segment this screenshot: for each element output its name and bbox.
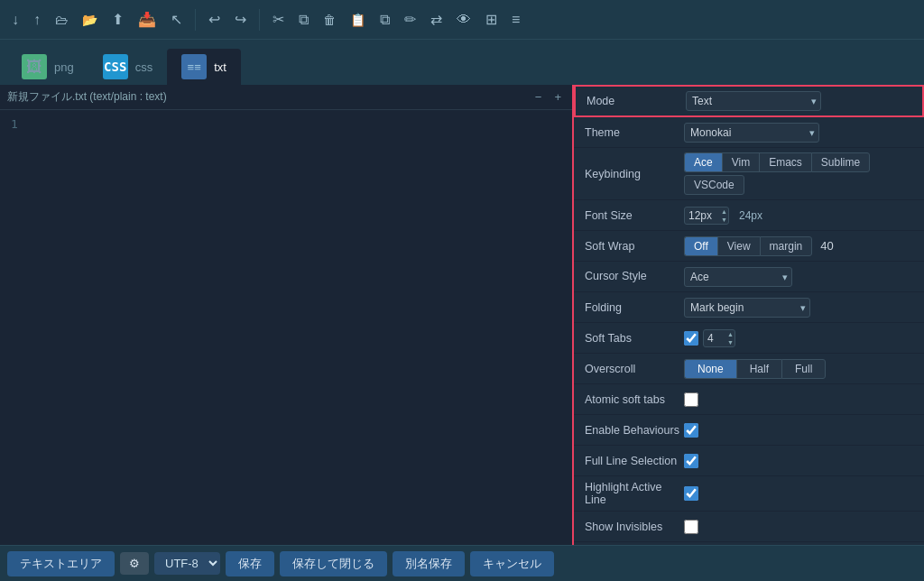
toolbar-edit[interactable]: ✏ bbox=[400, 7, 420, 32]
file-title: 新規ファイル.txt (text/plain : text) bbox=[7, 89, 167, 105]
softwrap-label: Soft Wrap bbox=[585, 240, 684, 253]
code-area[interactable] bbox=[29, 117, 565, 538]
editor-close-btns: − + bbox=[531, 89, 565, 105]
toolbar-eye[interactable]: 👁 bbox=[452, 8, 476, 32]
toolbar-grid[interactable]: ⊞ bbox=[481, 7, 502, 32]
softtabs-controls: ▲ ▼ bbox=[684, 329, 735, 347]
toolbar-transform[interactable]: ⇄ bbox=[426, 7, 447, 32]
fontsize-stepper-arrows: ▲ ▼ bbox=[721, 207, 727, 225]
atomic-soft-tabs-row: Atomic soft tabs bbox=[574, 384, 924, 415]
toolbar-duplicate[interactable]: ⧉ bbox=[375, 8, 394, 32]
fontsize-controls: ▲ ▼ 24px bbox=[684, 207, 762, 225]
toolbar-cut[interactable]: ✂ bbox=[268, 7, 289, 32]
fontsize-up-arrow[interactable]: ▲ bbox=[721, 208, 727, 216]
full-line-selection-checkbox[interactable] bbox=[684, 454, 698, 468]
highlight-active-line-row: Highlight Active Line bbox=[574, 476, 924, 512]
fontsize-value2: 24px bbox=[739, 209, 762, 222]
mode-label: Mode bbox=[587, 95, 686, 107]
editor-expand-btn[interactable]: + bbox=[550, 89, 565, 105]
overscroll-row: Overscroll None Half Full bbox=[574, 354, 924, 384]
folding-controls: Mark begin bbox=[684, 298, 810, 318]
fontsize-stepper: ▲ ▼ bbox=[684, 207, 729, 225]
editor-content[interactable]: 1 bbox=[0, 110, 572, 545]
softwrap-margin-btn[interactable]: margin bbox=[760, 236, 813, 256]
highlight-active-line-label: Highlight Active Line bbox=[585, 481, 684, 506]
keybinding-vim-btn[interactable]: Vim bbox=[722, 152, 759, 172]
full-line-selection-row: Full Line Selection bbox=[574, 446, 924, 476]
toolbar-download[interactable]: 📥 bbox=[134, 7, 161, 32]
overscroll-label: Overscroll bbox=[585, 363, 684, 375]
gear-btn[interactable]: ⚙ bbox=[120, 552, 149, 575]
enable-behaviours-row: Enable Behaviours bbox=[574, 415, 924, 446]
theme-controls: Monokai bbox=[684, 123, 819, 143]
save-close-btn[interactable]: 保存して閉じる bbox=[280, 551, 387, 576]
toolbar-undo[interactable]: ↩ bbox=[204, 7, 225, 32]
main-toolbar: ↓ ↑ 🗁 📂 ⬆ 📥 ↖ ↩ ↪ ✂ ⧉ 🗑 📋 ⧉ ✏ ⇄ 👁 ⊞ ≡ bbox=[0, 0, 924, 40]
encoding-select[interactable]: UTF-8 bbox=[154, 552, 220, 575]
atomic-soft-tabs-checkbox[interactable] bbox=[684, 392, 698, 407]
theme-select[interactable]: Monokai bbox=[684, 123, 819, 143]
overscroll-btn-group: None Half Full bbox=[684, 359, 826, 379]
softtabs-down-arrow[interactable]: ▼ bbox=[727, 338, 734, 346]
overscroll-half-btn[interactable]: Half bbox=[736, 359, 781, 379]
keybinding-btn-group-1: Ace Vim Emacs Sublime bbox=[684, 152, 870, 172]
tab-css[interactable]: CSS css bbox=[88, 49, 168, 85]
show-invisibles-row: Show Invisibles bbox=[574, 512, 924, 542]
folding-label: Folding bbox=[585, 301, 684, 314]
txt-tab-icon: ≡≡ bbox=[181, 54, 207, 79]
tab-png[interactable]: 🖼 png bbox=[7, 49, 88, 85]
mode-controls: Text bbox=[686, 91, 821, 111]
toolbar-new-folder[interactable]: 🗁 bbox=[51, 9, 72, 31]
enable-behaviours-checkbox[interactable] bbox=[684, 423, 698, 438]
toolbar-upload[interactable]: ⬆ bbox=[107, 7, 128, 32]
keybinding-sublime-btn[interactable]: Sublime bbox=[811, 152, 870, 172]
toolbar-redo[interactable]: ↪ bbox=[230, 7, 251, 32]
softwrap-view-btn[interactable]: View bbox=[717, 236, 760, 256]
softtabs-wrap: ▲ ▼ bbox=[684, 329, 735, 347]
theme-row: Theme Monokai bbox=[574, 117, 924, 148]
atomic-soft-tabs-label: Atomic soft tabs bbox=[585, 393, 684, 406]
fontsize-label: Font Size bbox=[585, 209, 684, 222]
text-area-btn[interactable]: テキストエリア bbox=[7, 551, 115, 576]
overscroll-full-btn[interactable]: Full bbox=[781, 359, 826, 379]
softwrap-off-btn[interactable]: Off bbox=[684, 236, 717, 256]
toolbar-arrow-up[interactable]: ↑ bbox=[29, 8, 45, 32]
softwrap-num: 40 bbox=[820, 239, 833, 253]
save-as-btn[interactable]: 別名保存 bbox=[393, 551, 465, 576]
main-area: 新規ファイル.txt (text/plain : text) − + 1 Mod… bbox=[0, 85, 924, 545]
keybinding-row-2: VSCode bbox=[684, 175, 870, 195]
theme-select-wrap: Monokai bbox=[684, 123, 819, 143]
tabs-bar: 🖼 png CSS css ≡≡ txt bbox=[0, 40, 924, 85]
keybinding-ace-btn[interactable]: Ace bbox=[684, 152, 722, 172]
toolbar-paste[interactable]: 📋 bbox=[346, 9, 370, 31]
toolbar-more[interactable]: ≡ bbox=[507, 8, 524, 32]
folding-select[interactable]: Mark begin bbox=[684, 298, 810, 318]
mode-select[interactable]: Text bbox=[686, 91, 821, 111]
fontsize-down-arrow[interactable]: ▼ bbox=[721, 216, 727, 224]
show-invisibles-checkbox[interactable] bbox=[684, 520, 698, 534]
keybinding-row: Keybinding Ace Vim Emacs Sublime VSCode bbox=[574, 148, 924, 200]
keybinding-vscode-btn[interactable]: VSCode bbox=[684, 175, 744, 195]
cancel-btn[interactable]: キャンセル bbox=[470, 551, 554, 576]
overscroll-none-btn[interactable]: None bbox=[684, 359, 736, 379]
editor-minimize-btn[interactable]: − bbox=[531, 89, 546, 105]
png-tab-label: png bbox=[54, 60, 74, 74]
toolbar-select[interactable]: ↖ bbox=[166, 7, 187, 32]
settings-panel: Mode Text Theme Monokai bbox=[572, 85, 924, 545]
keybinding-row-1: Ace Vim Emacs Sublime bbox=[684, 152, 870, 172]
toolbar-open-file[interactable]: 📂 bbox=[78, 9, 102, 31]
tab-txt[interactable]: ≡≡ txt bbox=[167, 49, 241, 85]
toolbar-copy[interactable]: ⧉ bbox=[294, 8, 313, 32]
save-btn[interactable]: 保存 bbox=[226, 551, 274, 576]
cursor-controls: Ace bbox=[684, 267, 792, 287]
toolbar-sep-2 bbox=[259, 9, 260, 31]
softtabs-checkbox[interactable] bbox=[684, 331, 698, 346]
toolbar-arrow-down[interactable]: ↓ bbox=[7, 8, 23, 32]
cursor-select[interactable]: Ace bbox=[684, 267, 792, 287]
keybinding-emacs-btn[interactable]: Emacs bbox=[759, 152, 811, 172]
toolbar-delete[interactable]: 🗑 bbox=[319, 9, 340, 31]
softtabs-stepper: ▲ ▼ bbox=[703, 329, 735, 347]
softtabs-up-arrow[interactable]: ▲ bbox=[727, 330, 734, 338]
mode-row: Mode Text bbox=[574, 85, 924, 117]
highlight-active-line-checkbox[interactable] bbox=[684, 486, 698, 501]
